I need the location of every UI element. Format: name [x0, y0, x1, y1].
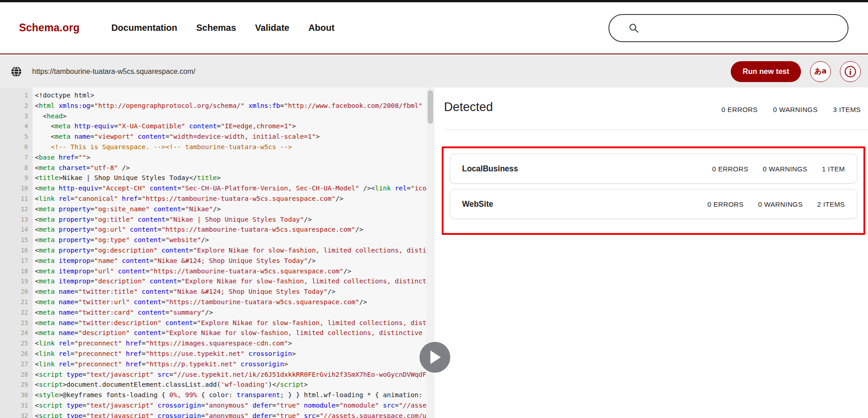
code-line: 12<meta property="og:site_name" content=…: [0, 204, 426, 214]
line-number: 7: [0, 152, 28, 163]
code-line: 32<script type="text/javascript" crossor…: [0, 411, 426, 418]
code-line: 6 <!-- This is Squarespace. --><!-- tamb…: [0, 142, 426, 152]
card-type-name: WebSite: [462, 199, 493, 209]
schema-validator-app: Schema.org Documentation Schemas Validat…: [0, 0, 868, 418]
card-type-name: LocalBusiness: [462, 164, 518, 174]
schema-org-logo[interactable]: Schema.org: [19, 22, 80, 34]
line-number: 3: [0, 111, 28, 122]
card-stat-warnings: 0 WARNINGS: [763, 165, 807, 173]
code-line: 22<meta name="twitter:card" content="sum…: [0, 307, 426, 318]
line-number: 25: [0, 338, 28, 349]
line-number: 11: [0, 194, 28, 204]
summary-errors: 0 ERRORS: [722, 106, 758, 113]
nav-documentation[interactable]: Documentation: [111, 23, 178, 33]
nav-validate[interactable]: Validate: [255, 23, 289, 33]
code-line: 16<meta property="og:description" conten…: [0, 245, 426, 256]
detected-card-localbusiness[interactable]: LocalBusiness0 ERRORS0 WARNINGS1 ITEM: [450, 154, 857, 184]
code-line: 17<meta itemprop="name" content="Nikae &…: [0, 256, 426, 266]
code-line: 13<meta property="og:title" content="Nik…: [0, 214, 426, 225]
code-line: 31<script type="text/javascript" crossor…: [0, 400, 426, 411]
line-number: 16: [0, 245, 28, 256]
code-line: 1<!doctype html>: [0, 90, 426, 101]
line-number: 32: [0, 411, 28, 418]
line-number: 22: [0, 307, 28, 318]
code-line: 8<meta charset="utf-8" />: [0, 163, 426, 173]
toolbar-actions: Run new test あa: [731, 55, 861, 87]
code-line: 24<meta name="description" content="Expl…: [0, 328, 426, 338]
line-number: 20: [0, 287, 28, 297]
tested-url: https://tambourine-tuatara-w5cs.squaresp…: [32, 68, 195, 76]
code-line: 4 <meta http-equiv="X-UA-Compatible" con…: [0, 121, 426, 131]
line-number: 14: [0, 224, 28, 235]
line-number: 8: [0, 163, 28, 173]
nav-schemas[interactable]: Schemas: [196, 23, 236, 33]
line-number: 4: [0, 121, 28, 131]
line-number: 2: [0, 101, 28, 111]
code-lines: 1<!doctype html>2<html xmlns:og="http://…: [0, 90, 426, 418]
globe-icon: [10, 66, 22, 78]
line-number: 6: [0, 142, 28, 152]
line-number: 19: [0, 276, 28, 287]
card-stat-warnings: 0 WARNINGS: [758, 200, 802, 208]
line-number: 10: [0, 183, 28, 194]
card-stat-items: 1 ITEM: [822, 165, 845, 173]
line-number: 18: [0, 266, 28, 277]
code-line: 23<meta name="twitter:description" conte…: [0, 318, 426, 328]
info-button[interactable]: [840, 61, 861, 82]
search-input[interactable]: [608, 14, 849, 42]
line-number: 13: [0, 214, 28, 225]
code-line: 14<meta property="og:url" content="https…: [0, 224, 426, 235]
code-line: 2<html xmlns:og="http://opengraphprotoco…: [0, 101, 426, 111]
site-header: Schema.org Documentation Schemas Validat…: [0, 2, 868, 54]
detected-panel: Detected 0 ERRORS 0 WARNINGS 3 ITEMS Loc…: [434, 87, 868, 418]
card-stat-errors: 0 ERRORS: [712, 165, 748, 173]
code-line: 19<meta itemprop="description" content="…: [0, 276, 426, 287]
line-number: 28: [0, 369, 28, 380]
line-number: 5: [0, 131, 28, 142]
language-button[interactable]: あa: [810, 61, 831, 82]
code-line: 21<meta name="twitter:url" content="http…: [0, 297, 426, 307]
line-number: 30: [0, 390, 28, 400]
results-divider: [444, 130, 868, 130]
detected-title: Detected: [444, 100, 493, 114]
code-line: 20<meta name="twitter:title" content="Ni…: [0, 287, 426, 297]
line-number: 9: [0, 173, 28, 183]
code-line: 27<link rel="preconnect" href="https://p…: [0, 359, 426, 369]
main-nav: Documentation Schemas Validate About: [111, 23, 335, 33]
red-annotation-box: LocalBusiness0 ERRORS0 WARNINGS1 ITEMWeb…: [442, 146, 865, 235]
card-stats: 0 ERRORS0 WARNINGS1 ITEM: [712, 165, 845, 173]
code-line: 18<meta itemprop="url" content="https://…: [0, 266, 426, 277]
code-line: 9<title>Nikae | Shop Unique Styles Today…: [0, 173, 426, 183]
line-number: 26: [0, 349, 28, 359]
line-number: 24: [0, 328, 28, 338]
play-icon: [429, 350, 441, 364]
code-line: 7<base href="">: [0, 152, 426, 163]
code-line: 25<link rel="preconnect" href="https://i…: [0, 338, 426, 349]
search-icon: [628, 23, 639, 34]
code-line: 10<meta http-equiv="Accept-CH" content="…: [0, 183, 426, 194]
line-number: 15: [0, 235, 28, 245]
line-number: 17: [0, 256, 28, 266]
test-url-toolbar: https://tambourine-tuatara-w5cs.squaresp…: [0, 55, 868, 87]
detected-card-website[interactable]: WebSite0 ERRORS0 WARNINGS2 ITEMS: [450, 189, 857, 219]
run-new-test-button[interactable]: Run new test: [731, 61, 801, 82]
code-line: 26<link rel="preconnect" href="https://u…: [0, 349, 426, 359]
code-scrollbar-thumb[interactable]: [428, 90, 433, 124]
line-number: 21: [0, 297, 28, 307]
code-line: 29<script>document.documentElement.class…: [0, 379, 426, 390]
summary-warnings: 0 WARNINGS: [773, 106, 817, 113]
card-stat-items: 2 ITEMS: [817, 200, 845, 208]
line-number: 29: [0, 379, 28, 390]
code-line: 28<script type="text/javascript" src="//…: [0, 369, 426, 380]
source-code-panel: 1<!doctype html>2<html xmlns:og="http://…: [0, 87, 426, 418]
line-number: 31: [0, 400, 28, 411]
line-number: 23: [0, 318, 28, 328]
summary-stats: 0 ERRORS 0 WARNINGS 3 ITEMS: [722, 106, 861, 113]
line-number: 1: [0, 90, 28, 101]
line-number: 27: [0, 359, 28, 369]
code-line: 11<link rel="canonical" href="https://ta…: [0, 194, 426, 204]
code-line: 30<style>@keyframes fonts-loading { 0%, …: [0, 390, 426, 400]
play-button[interactable]: [420, 342, 450, 373]
summary-items: 3 ITEMS: [833, 106, 861, 113]
nav-about[interactable]: About: [309, 23, 335, 33]
